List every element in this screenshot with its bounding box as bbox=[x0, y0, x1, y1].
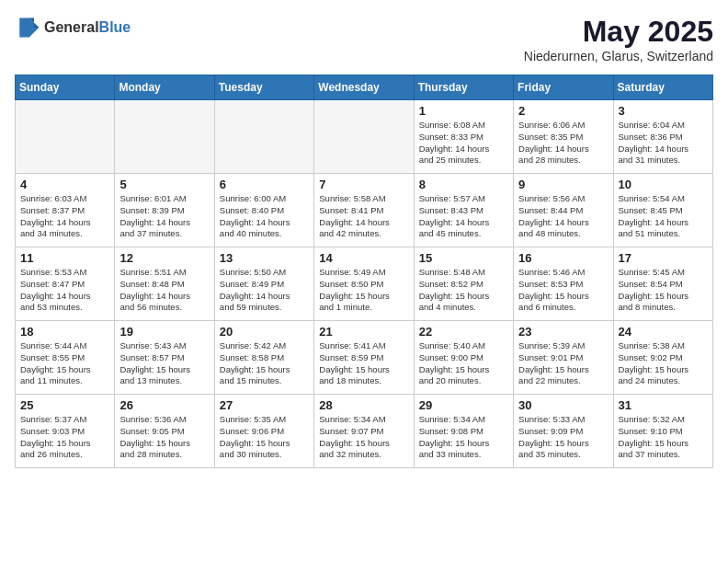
calendar-day: 16Sunrise: 5:46 AMSunset: 8:53 PMDayligh… bbox=[514, 247, 613, 321]
day-number: 24 bbox=[619, 325, 708, 339]
day-number: 13 bbox=[220, 251, 309, 265]
calendar-day bbox=[214, 100, 313, 174]
day-number: 21 bbox=[319, 325, 408, 339]
calendar-day: 3Sunrise: 6:04 AMSunset: 8:36 PMDaylight… bbox=[613, 100, 712, 174]
calendar-week-1: 1Sunrise: 6:08 AMSunset: 8:33 PMDaylight… bbox=[16, 100, 713, 174]
day-info: Sunrise: 5:32 AMSunset: 9:10 PMDaylight:… bbox=[619, 414, 708, 461]
day-number: 7 bbox=[319, 178, 408, 191]
day-info: Sunrise: 6:08 AMSunset: 8:33 PMDaylight:… bbox=[419, 120, 508, 167]
day-number: 16 bbox=[518, 251, 608, 265]
day-number: 25 bbox=[20, 398, 109, 412]
calendar-day: 24Sunrise: 5:38 AMSunset: 9:02 PMDayligh… bbox=[613, 321, 712, 395]
day-number: 29 bbox=[419, 398, 508, 412]
logo-blue-text: Blue bbox=[99, 19, 131, 35]
logo-general-text: General bbox=[44, 19, 99, 35]
day-info: Sunrise: 5:45 AMSunset: 8:54 PMDaylight:… bbox=[619, 267, 708, 314]
calendar-day: 17Sunrise: 5:45 AMSunset: 8:54 PMDayligh… bbox=[613, 247, 712, 321]
calendar-day: 1Sunrise: 6:08 AMSunset: 8:33 PMDaylight… bbox=[414, 100, 513, 174]
day-info: Sunrise: 5:49 AMSunset: 8:50 PMDaylight:… bbox=[319, 267, 408, 314]
calendar-day: 22Sunrise: 5:40 AMSunset: 9:00 PMDayligh… bbox=[414, 321, 513, 395]
day-info: Sunrise: 6:00 AMSunset: 8:40 PMDaylight:… bbox=[220, 193, 309, 240]
calendar-day: 25Sunrise: 5:37 AMSunset: 9:03 PMDayligh… bbox=[16, 395, 115, 468]
logo: GeneralBlue bbox=[15, 15, 131, 40]
day-info: Sunrise: 5:58 AMSunset: 8:41 PMDaylight:… bbox=[319, 193, 408, 240]
day-info: Sunrise: 6:03 AMSunset: 8:37 PMDaylight:… bbox=[20, 193, 109, 240]
calendar-day: 12Sunrise: 5:51 AMSunset: 8:48 PMDayligh… bbox=[115, 247, 214, 321]
day-info: Sunrise: 5:54 AMSunset: 8:45 PMDaylight:… bbox=[619, 193, 708, 240]
calendar-day bbox=[16, 100, 115, 174]
calendar-day: 5Sunrise: 6:01 AMSunset: 8:39 PMDaylight… bbox=[115, 174, 214, 247]
calendar-day: 8Sunrise: 5:57 AMSunset: 8:43 PMDaylight… bbox=[414, 174, 513, 247]
calendar-location: Niederurnen, Glarus, Switzerland bbox=[524, 49, 713, 63]
day-number: 11 bbox=[20, 251, 109, 265]
calendar-day: 6Sunrise: 6:00 AMSunset: 8:40 PMDaylight… bbox=[214, 174, 313, 247]
day-info: Sunrise: 5:42 AMSunset: 8:58 PMDaylight:… bbox=[220, 340, 309, 387]
day-info: Sunrise: 5:51 AMSunset: 8:48 PMDaylight:… bbox=[119, 267, 209, 314]
day-number: 31 bbox=[619, 398, 708, 412]
day-number: 2 bbox=[518, 104, 608, 118]
day-info: Sunrise: 5:48 AMSunset: 8:52 PMDaylight:… bbox=[419, 267, 508, 314]
day-number: 28 bbox=[319, 398, 408, 412]
day-number: 4 bbox=[20, 178, 109, 191]
calendar-day: 11Sunrise: 5:53 AMSunset: 8:47 PMDayligh… bbox=[16, 247, 115, 321]
calendar-day: 7Sunrise: 5:58 AMSunset: 8:41 PMDaylight… bbox=[314, 174, 414, 247]
calendar-day: 15Sunrise: 5:48 AMSunset: 8:52 PMDayligh… bbox=[414, 247, 513, 321]
weekday-header-sunday: Sunday bbox=[16, 75, 115, 100]
weekday-header-row: SundayMondayTuesdayWednesdayThursdayFrid… bbox=[16, 75, 713, 100]
calendar-week-5: 25Sunrise: 5:37 AMSunset: 9:03 PMDayligh… bbox=[16, 395, 713, 468]
day-number: 27 bbox=[220, 398, 309, 412]
day-info: Sunrise: 6:01 AMSunset: 8:39 PMDaylight:… bbox=[119, 193, 209, 240]
calendar-day: 23Sunrise: 5:39 AMSunset: 9:01 PMDayligh… bbox=[514, 321, 613, 395]
day-info: Sunrise: 5:50 AMSunset: 8:49 PMDaylight:… bbox=[220, 267, 309, 314]
calendar-week-4: 18Sunrise: 5:44 AMSunset: 8:55 PMDayligh… bbox=[16, 321, 713, 395]
day-number: 3 bbox=[619, 104, 708, 118]
day-number: 6 bbox=[220, 178, 309, 191]
calendar-day: 29Sunrise: 5:34 AMSunset: 9:08 PMDayligh… bbox=[414, 395, 513, 468]
calendar-title: May 2025 bbox=[524, 15, 713, 49]
calendar-day: 19Sunrise: 5:43 AMSunset: 8:57 PMDayligh… bbox=[115, 321, 214, 395]
calendar-day: 9Sunrise: 5:56 AMSunset: 8:44 PMDaylight… bbox=[514, 174, 613, 247]
day-number: 9 bbox=[518, 178, 608, 191]
day-info: Sunrise: 5:46 AMSunset: 8:53 PMDaylight:… bbox=[518, 267, 608, 314]
day-info: Sunrise: 5:56 AMSunset: 8:44 PMDaylight:… bbox=[518, 193, 608, 240]
day-info: Sunrise: 5:34 AMSunset: 9:08 PMDaylight:… bbox=[419, 414, 508, 461]
calendar-day: 21Sunrise: 5:41 AMSunset: 8:59 PMDayligh… bbox=[314, 321, 414, 395]
day-info: Sunrise: 5:41 AMSunset: 8:59 PMDaylight:… bbox=[319, 340, 408, 387]
day-info: Sunrise: 5:44 AMSunset: 8:55 PMDaylight:… bbox=[20, 340, 109, 387]
calendar-day: 26Sunrise: 5:36 AMSunset: 9:05 PMDayligh… bbox=[115, 395, 214, 468]
day-info: Sunrise: 5:53 AMSunset: 8:47 PMDaylight:… bbox=[20, 267, 109, 314]
calendar-day: 31Sunrise: 5:32 AMSunset: 9:10 PMDayligh… bbox=[613, 395, 712, 468]
day-number: 5 bbox=[119, 178, 209, 191]
calendar-day bbox=[115, 100, 214, 174]
weekday-header-friday: Friday bbox=[514, 75, 613, 100]
day-info: Sunrise: 5:39 AMSunset: 9:01 PMDaylight:… bbox=[518, 340, 608, 387]
day-info: Sunrise: 6:04 AMSunset: 8:36 PMDaylight:… bbox=[619, 120, 708, 167]
day-number: 19 bbox=[119, 325, 209, 339]
day-number: 23 bbox=[518, 325, 608, 339]
weekday-header-wednesday: Wednesday bbox=[314, 75, 414, 100]
day-number: 10 bbox=[619, 178, 708, 191]
calendar-day: 2Sunrise: 6:06 AMSunset: 8:35 PMDaylight… bbox=[514, 100, 613, 174]
weekday-header-tuesday: Tuesday bbox=[214, 75, 313, 100]
calendar-week-3: 11Sunrise: 5:53 AMSunset: 8:47 PMDayligh… bbox=[16, 247, 713, 321]
day-number: 12 bbox=[119, 251, 209, 265]
day-info: Sunrise: 5:37 AMSunset: 9:03 PMDaylight:… bbox=[20, 414, 109, 461]
calendar-day: 27Sunrise: 5:35 AMSunset: 9:06 PMDayligh… bbox=[214, 395, 313, 468]
day-number: 1 bbox=[419, 104, 508, 118]
day-number: 15 bbox=[419, 251, 508, 265]
calendar-day: 20Sunrise: 5:42 AMSunset: 8:58 PMDayligh… bbox=[214, 321, 313, 395]
calendar-day: 10Sunrise: 5:54 AMSunset: 8:45 PMDayligh… bbox=[613, 174, 712, 247]
calendar-day: 28Sunrise: 5:34 AMSunset: 9:07 PMDayligh… bbox=[314, 395, 414, 468]
day-number: 30 bbox=[518, 398, 608, 412]
calendar-day: 30Sunrise: 5:33 AMSunset: 9:09 PMDayligh… bbox=[514, 395, 613, 468]
day-number: 8 bbox=[419, 178, 508, 191]
day-info: Sunrise: 5:57 AMSunset: 8:43 PMDaylight:… bbox=[419, 193, 508, 240]
day-info: Sunrise: 5:33 AMSunset: 9:09 PMDaylight:… bbox=[518, 414, 608, 461]
day-info: Sunrise: 5:43 AMSunset: 8:57 PMDaylight:… bbox=[119, 340, 209, 387]
day-info: Sunrise: 5:35 AMSunset: 9:06 PMDaylight:… bbox=[220, 414, 309, 461]
day-number: 18 bbox=[20, 325, 109, 339]
title-block: May 2025 Niederurnen, Glarus, Switzerlan… bbox=[524, 15, 713, 63]
weekday-header-monday: Monday bbox=[115, 75, 214, 100]
weekday-header-thursday: Thursday bbox=[414, 75, 513, 100]
day-info: Sunrise: 5:36 AMSunset: 9:05 PMDaylight:… bbox=[119, 414, 209, 461]
